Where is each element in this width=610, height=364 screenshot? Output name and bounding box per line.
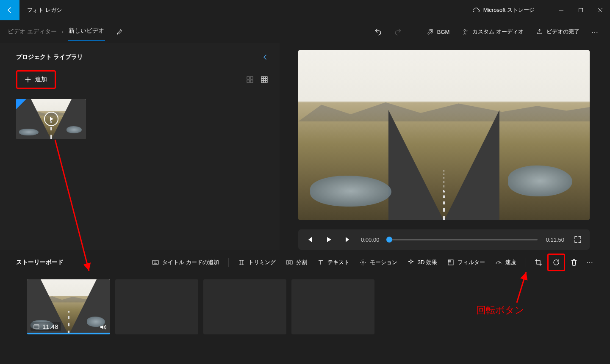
text-button[interactable]: テキスト xyxy=(313,256,354,269)
view-large-grid-button[interactable] xyxy=(261,76,268,83)
player-controls: 0:00.00 0:11.50 xyxy=(298,229,590,250)
bgm-button[interactable]: BGM xyxy=(424,26,453,38)
storyboard-empty-slot[interactable] xyxy=(291,279,374,334)
current-time: 0:00.00 xyxy=(361,237,379,243)
preview-panel: 0:00.00 0:11.50 xyxy=(280,43,610,250)
clip-volume-button[interactable] xyxy=(99,323,107,331)
seek-bar[interactable] xyxy=(388,239,537,240)
mic-icon xyxy=(462,28,469,35)
library-item[interactable] xyxy=(16,99,86,139)
sparkle-icon xyxy=(408,259,414,266)
clip-progress-bar xyxy=(27,333,110,334)
text-label: テキスト xyxy=(327,259,349,266)
add-media-button[interactable]: 追加 xyxy=(16,70,56,89)
3d-effects-button[interactable]: 3D 効果 xyxy=(403,256,441,269)
motion-button[interactable]: モーション xyxy=(355,256,402,269)
storyboard-toolbar: ストーリーボード タイトル カードの追加 トリミング 分割 テキスト モーション… xyxy=(0,250,610,275)
svg-rect-15 xyxy=(152,260,158,265)
rotate-button[interactable] xyxy=(547,254,565,271)
custom-audio-button[interactable]: カスタム オーディオ xyxy=(459,25,527,38)
window-controls xyxy=(552,0,610,20)
filter-label: フィルター xyxy=(458,259,485,266)
speed-icon xyxy=(495,259,502,266)
undo-button[interactable] xyxy=(372,25,385,39)
collapse-library-button[interactable] xyxy=(263,55,268,60)
title-bar: フォト レガシ Microsoft ストレージ xyxy=(0,0,610,20)
storyboard-clip[interactable]: 11.48 xyxy=(27,279,110,334)
split-button[interactable]: 分割 xyxy=(282,256,311,269)
trim-button[interactable]: トリミング xyxy=(234,256,280,269)
close-button[interactable] xyxy=(591,0,610,20)
add-media-label: 追加 xyxy=(35,76,47,83)
svg-rect-2 xyxy=(247,77,250,79)
storyboard-empty-slot[interactable] xyxy=(115,279,198,334)
next-frame-button[interactable] xyxy=(342,237,352,243)
storage-button[interactable]: Microsoft ストレージ xyxy=(472,6,535,14)
storyboard-more-button[interactable]: ⋯ xyxy=(583,255,597,270)
3d-effects-label: 3D 効果 xyxy=(418,259,437,266)
clip-duration: 11.48 xyxy=(42,323,58,330)
finish-video-button[interactable]: ビデオの完了 xyxy=(533,25,583,38)
breadcrumb-root[interactable]: ビデオ エディター xyxy=(7,26,58,37)
fullscreen-button[interactable] xyxy=(573,236,583,243)
toolbar-divider xyxy=(414,27,414,36)
filter-button[interactable]: フィルター xyxy=(443,256,489,269)
storyboard-title: ストーリーボード xyxy=(16,259,64,266)
toolbar: ビデオ エディター › 新しいビデオ BGM カスタム オーディオ xyxy=(0,20,610,43)
title-card-icon xyxy=(152,259,159,266)
svg-rect-16 xyxy=(286,261,288,264)
trim-label: トリミング xyxy=(248,259,276,266)
minimize-button[interactable] xyxy=(552,0,571,20)
redo-button[interactable] xyxy=(391,25,405,39)
split-label: 分割 xyxy=(296,259,307,266)
add-title-card-label: タイトル カードの追加 xyxy=(162,259,219,266)
back-button[interactable] xyxy=(0,0,19,20)
rename-button[interactable] xyxy=(114,25,126,38)
play-button[interactable] xyxy=(324,237,334,243)
delete-button[interactable] xyxy=(567,255,581,270)
total-time: 0:11.50 xyxy=(546,237,564,243)
storyboard-empty-slot[interactable] xyxy=(203,279,286,334)
text-icon xyxy=(317,259,324,266)
filter-icon xyxy=(447,259,454,266)
play-overlay-icon xyxy=(44,112,58,126)
seek-knob[interactable] xyxy=(386,237,392,243)
bgm-label: BGM xyxy=(437,29,450,35)
more-button[interactable]: ⋯ xyxy=(589,25,602,39)
svg-rect-6 xyxy=(261,77,263,78)
svg-rect-11 xyxy=(266,79,267,80)
plus-icon xyxy=(25,77,31,83)
svg-rect-17 xyxy=(290,261,292,264)
crop-button[interactable] xyxy=(531,255,546,270)
split-icon xyxy=(286,259,293,266)
project-title[interactable]: 新しいビデオ xyxy=(68,23,105,41)
custom-audio-label: カスタム オーディオ xyxy=(472,28,524,36)
speed-button[interactable]: 速度 xyxy=(491,256,521,269)
svg-rect-10 xyxy=(263,79,265,80)
svg-rect-7 xyxy=(263,77,265,78)
svg-point-1 xyxy=(464,30,466,31)
svg-rect-20 xyxy=(448,260,451,262)
add-title-card-button[interactable]: タイトル カードの追加 xyxy=(148,256,223,269)
maximize-button[interactable] xyxy=(571,0,591,20)
svg-rect-9 xyxy=(261,79,263,80)
finish-video-label: ビデオの完了 xyxy=(546,28,580,36)
svg-rect-5 xyxy=(250,80,253,83)
storyboard-clips: 11.48 xyxy=(0,275,610,334)
svg-rect-4 xyxy=(247,80,250,83)
trim-icon xyxy=(238,259,245,266)
chevron-right-icon: › xyxy=(62,29,64,35)
music-icon xyxy=(427,28,434,35)
prev-frame-button[interactable] xyxy=(305,237,315,243)
svg-rect-3 xyxy=(250,77,253,79)
motion-label: モーション xyxy=(370,259,397,266)
svg-rect-0 xyxy=(579,8,583,12)
library-title: プロジェクト ライブラリ xyxy=(16,53,83,61)
view-small-grid-button[interactable] xyxy=(247,76,253,83)
selected-indicator-icon xyxy=(16,99,26,109)
svg-rect-12 xyxy=(261,81,263,83)
project-library-panel: プロジェクト ライブラリ 追加 xyxy=(0,43,280,250)
speed-label: 速度 xyxy=(505,259,516,266)
video-preview[interactable] xyxy=(298,50,590,220)
main-area: プロジェクト ライブラリ 追加 xyxy=(0,43,610,250)
